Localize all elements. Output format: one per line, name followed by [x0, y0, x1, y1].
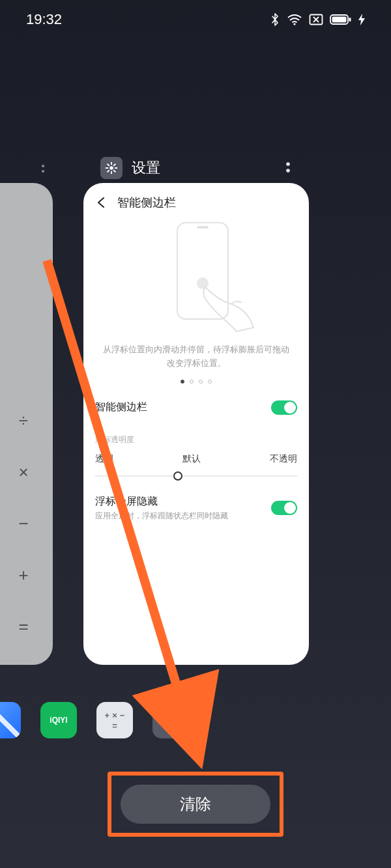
bluetooth-icon — [270, 12, 280, 27]
slider-track — [95, 475, 297, 477]
fullscreen-hide-sub: 应用全屏时，浮标跟随状态栏同时隐藏 — [95, 511, 228, 522]
pager-dots[interactable] — [83, 380, 309, 384]
clear-all-button[interactable]: 清除 — [121, 785, 270, 824]
iqiyi-label: iQIYI — [50, 716, 67, 725]
toggle-switch[interactable] — [271, 501, 297, 515]
dock-app-unknown[interactable] — [0, 702, 21, 738]
op-equals: = — [18, 617, 28, 637]
settings-description: 从浮标位置向内滑动并停留，待浮标膨胀后可拖动改变浮标位置。 — [83, 343, 309, 371]
settings-page-header: 智能侧边栏 — [83, 183, 309, 217]
hand-icon — [195, 275, 260, 334]
calc-glyph: + — [105, 711, 110, 720]
dock-app-calculator[interactable]: + × − = — [96, 702, 133, 738]
fullscreen-hide-label: 浮标全屏隐藏 — [95, 495, 228, 509]
svg-point-9 — [286, 169, 290, 173]
no-sim-icon — [309, 14, 323, 25]
dock-row: iQIYI + × − = — [0, 700, 391, 740]
op-multiply: × — [18, 462, 28, 483]
svg-rect-3 — [332, 17, 347, 23]
opacity-slider[interactable] — [83, 465, 309, 484]
charging-icon — [358, 14, 365, 25]
opacity-right-label: 不透明 — [270, 453, 297, 465]
clear-label: 清除 — [180, 794, 211, 815]
main-card-app-label: 设置 — [132, 158, 160, 178]
pager-dot-2[interactable] — [190, 380, 194, 384]
more-icon[interactable] — [283, 160, 293, 175]
status-indicators — [270, 12, 365, 27]
smart-sidebar-label: 智能侧边栏 — [95, 400, 147, 414]
svg-point-7 — [109, 166, 113, 169]
slider-thumb[interactable] — [173, 471, 182, 481]
calc-glyph: = — [112, 721, 117, 730]
recent-card-calculator[interactable]: 换算 ÷ × − + = — [0, 183, 53, 665]
fullscreen-hide-toggle-row[interactable]: 浮标全屏隐藏 应用全屏时，浮标跟随状态栏同时隐藏 — [83, 484, 309, 532]
op-plus: + — [18, 565, 28, 585]
recent-apps-row: 换算 ÷ × − + = 设置 智能侧边栏 从浮标位置向内 — [0, 152, 391, 673]
svg-point-10 — [197, 277, 209, 289]
clear-button-highlight: 清除 — [108, 772, 283, 837]
opacity-mid-label: 默认 — [182, 453, 201, 465]
opacity-labels-row: 透明 默认 不透明 — [83, 447, 309, 465]
smart-sidebar-toggle-row[interactable]: 智能侧边栏 — [83, 390, 309, 425]
wifi-icon — [287, 14, 302, 25]
op-minus: − — [18, 514, 28, 534]
status-time: 19:32 — [26, 11, 62, 28]
calculator-op-column: ÷ × − + = — [7, 411, 40, 637]
settings-app-icon — [100, 157, 123, 179]
calc-glyph: × — [112, 711, 117, 720]
more-icon[interactable] — [38, 163, 48, 174]
svg-point-5 — [42, 165, 44, 167]
settings-page-title: 智能侧边栏 — [117, 195, 176, 210]
dock-app-settings[interactable] — [152, 702, 189, 738]
pager-dot-1[interactable] — [181, 380, 184, 384]
main-card-header: 设置 — [100, 157, 160, 179]
pager-dot-4[interactable] — [208, 380, 212, 384]
status-bar: 19:32 — [0, 0, 391, 39]
op-divide: ÷ — [19, 411, 28, 431]
opacity-section-title: 浮标透明度 — [83, 425, 309, 447]
opacity-left-label: 透明 — [95, 453, 113, 465]
svg-point-6 — [42, 170, 44, 173]
svg-rect-4 — [349, 18, 351, 21]
svg-point-0 — [293, 23, 295, 25]
battery-icon — [330, 14, 352, 25]
dock-app-iqiyi[interactable]: iQIYI — [40, 702, 77, 738]
gear-icon — [162, 711, 180, 729]
svg-point-8 — [286, 162, 290, 166]
pager-dot-3[interactable] — [199, 380, 203, 384]
calc-glyph: − — [120, 711, 125, 720]
gear-icon — [105, 161, 118, 175]
toggle-switch[interactable] — [271, 400, 297, 415]
back-arrow-icon[interactable] — [95, 196, 108, 209]
sidebar-illustration — [124, 222, 268, 339]
svg-point-11 — [168, 718, 173, 723]
recent-card-settings[interactable]: 智能侧边栏 从浮标位置向内滑动并停留，待浮标膨胀后可拖动改变浮标位置。 智能侧边… — [83, 183, 309, 665]
